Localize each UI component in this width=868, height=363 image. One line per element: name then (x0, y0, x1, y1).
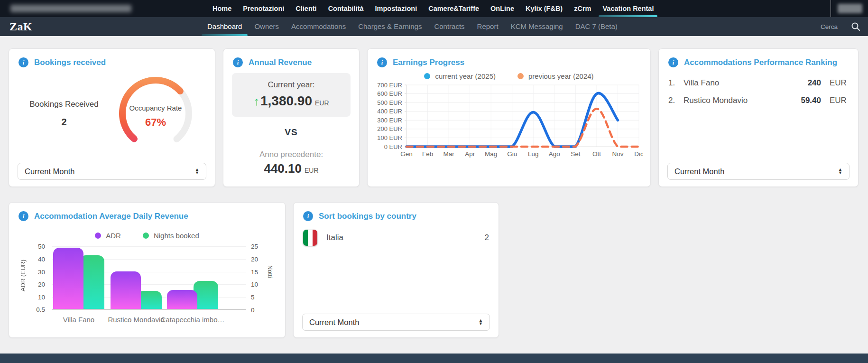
sub-nav-tabs: DashboardOwnersAccommodationsCharges & E… (207, 17, 618, 36)
top-nav-item-home[interactable]: Home (212, 0, 231, 17)
tab-dashboard[interactable]: Dashboard (207, 17, 242, 36)
legend-item-adr[interactable]: ADR (95, 232, 121, 240)
earnings-legend: current year (2025)previous year (2024) (368, 72, 650, 80)
top-nav-item-kylix-f-b[interactable]: Kylix (F&B) (526, 0, 563, 17)
occupancy-rate-value: 67% (145, 116, 166, 129)
card-bookings-received: i Bookings received Bookings Received 2 … (9, 48, 215, 187)
legend-item-current-year-2025[interactable]: current year (2025) (424, 72, 496, 80)
currency-label: EUR (315, 99, 329, 107)
currency-label: EUR (830, 96, 849, 105)
country-booking-count: 2 (485, 233, 489, 242)
svg-text:Lug: Lug (528, 150, 539, 158)
svg-text:Apr: Apr (465, 150, 475, 158)
search-icon[interactable] (851, 22, 860, 31)
svg-text:Feb: Feb (422, 150, 433, 158)
svg-text:200 EUR: 200 EUR (377, 125, 402, 132)
adr-legend: ADRNights booked (9, 232, 285, 240)
top-nav-item-camere-tariffe[interactable]: Camere&Tariffe (428, 0, 479, 17)
top-nav-item-clienti[interactable]: Clienti (295, 0, 316, 17)
top-nav-item-vacation-rental[interactable]: Vacation Rental (602, 0, 654, 17)
right-axis-tick: 0 (251, 307, 276, 314)
info-icon[interactable]: i (303, 211, 313, 221)
legend-item-nights-booked[interactable]: Nights booked (143, 232, 199, 240)
card-performance-ranking: i Accommodations Performance Ranking 1.V… (658, 48, 859, 187)
card-bookings-by-country: i Sort bookings by country Italia2 Curre… (293, 202, 499, 338)
tab-owners[interactable]: Owners (254, 17, 279, 36)
adr-bar-rustico-mondavio (111, 271, 141, 309)
ranking-row: 1.Villa Fano240EUR (668, 74, 849, 92)
legend-dot-icon (424, 73, 430, 79)
right-axis-label: Notti (267, 265, 274, 278)
svg-text:400 EUR: 400 EUR (377, 108, 402, 115)
svg-text:100 EUR: 100 EUR (377, 134, 402, 141)
info-icon[interactable]: i (668, 57, 678, 67)
country-name: Italia (326, 233, 485, 242)
bookings-received-label: Bookings Received (14, 100, 114, 109)
svg-text:Mar: Mar (443, 150, 454, 158)
left-axis-label: ADR (EUR) (19, 260, 27, 291)
card-earnings-progress: i Earnings Progress current year (2025)p… (367, 48, 651, 187)
tab-kcm-messaging[interactable]: KCM Messaging (511, 17, 563, 36)
tab-accommodations[interactable]: Accommodations (291, 17, 346, 36)
svg-text:700 EUR: 700 EUR (377, 82, 402, 89)
currency-label: EUR (305, 167, 319, 174)
info-icon[interactable]: i (233, 57, 243, 67)
card-title: Accommodations Performance Ranking (684, 58, 837, 67)
top-nav-item-contabilit[interactable]: Contabilità (328, 0, 364, 17)
sub-bar: ZaK DashboardOwnersAccommodationsCharges… (0, 17, 868, 36)
card-title: Sort bookings by country (319, 212, 416, 221)
svg-text:Ago: Ago (549, 150, 560, 158)
svg-text:Dic: Dic (634, 150, 643, 158)
select-arrows-icon: ▲▼ (838, 168, 842, 175)
previous-year-value: 440.10 (264, 161, 302, 176)
tab-dac-7-beta[interactable]: DAC 7 (Beta) (575, 17, 618, 36)
tab-charges-earnings[interactable]: Charges & Earnings (358, 17, 422, 36)
period-select-ranking[interactable]: Current Month ▲▼ (667, 163, 850, 180)
info-icon[interactable]: i (18, 57, 28, 67)
search-label[interactable]: Cerca (821, 23, 838, 30)
top-nav-item-impostazioni[interactable]: Impostazioni (375, 0, 417, 17)
legend-dot-icon (143, 233, 149, 239)
bar-category-label: Catapecchia imbo… (150, 316, 235, 324)
info-icon[interactable]: i (18, 211, 28, 221)
bookings-received-value: 2 (14, 117, 114, 128)
adr-bar-catapecchia-imbo (167, 290, 197, 309)
svg-text:300 EUR: 300 EUR (377, 117, 402, 124)
left-axis-tick: 50 (18, 243, 45, 250)
adr-bar-villa-fano (53, 248, 83, 309)
ranking-position: 2. (668, 96, 683, 105)
svg-text:Mag: Mag (485, 150, 497, 158)
country-list: Italia2 (294, 221, 499, 249)
svg-text:Nov: Nov (612, 150, 623, 158)
svg-text:600 EUR: 600 EUR (377, 90, 402, 97)
left-axis-tick: 0.5 (18, 306, 45, 313)
svg-text:Ott: Ott (592, 150, 601, 158)
adr-bar-chart: 50403020100.52520151050ADR (EUR)NottiVil… (18, 246, 276, 332)
tab-report[interactable]: Report (477, 17, 499, 36)
ranking-list: 1.Villa Fano240EUR2.Rustico Mondavio59.4… (659, 67, 858, 109)
legend-dot-icon (517, 73, 524, 79)
revenue-value: 240 (808, 78, 821, 88)
top-nav-item-zcrm[interactable]: zCrm (574, 0, 591, 17)
period-select-countries[interactable]: Current Month ▲▼ (302, 314, 490, 331)
right-axis-tick: 10 (251, 281, 276, 288)
top-nav-item-online[interactable]: OnLine (490, 0, 514, 17)
svg-text:0 EUR: 0 EUR (384, 143, 402, 150)
top-bar-divider (831, 0, 831, 17)
info-icon[interactable]: i (377, 57, 387, 67)
current-year-box: Current year: ↑ 1,380.90 EUR (232, 73, 351, 117)
top-bar: HomePrenotazioniClientiContabilitàImpost… (0, 0, 868, 17)
bottom-bar (0, 354, 868, 363)
card-annual-revenue: i Annual Revenue Current year: ↑ 1,380.9… (223, 48, 360, 187)
card-title: Bookings received (34, 58, 106, 67)
tab-contracts[interactable]: Contracts (434, 17, 464, 36)
period-select-bookings[interactable]: Current Month ▲▼ (18, 163, 206, 180)
svg-text:Set: Set (571, 150, 581, 158)
select-arrows-icon: ▲▼ (479, 319, 483, 326)
card-average-daily-revenue: i Accommodation Average Daily Revenue AD… (9, 202, 286, 338)
earnings-line-chart: 0 EUR100 EUR200 EUR300 EUR400 EUR500 EUR… (375, 81, 643, 165)
top-nav: HomePrenotazioniClientiContabilitàImpost… (212, 0, 654, 17)
right-axis-tick: 20 (251, 255, 276, 262)
top-nav-item-prenotazioni[interactable]: Prenotazioni (243, 0, 284, 17)
legend-item-previous-year-2024[interactable]: previous year (2024) (517, 72, 594, 80)
